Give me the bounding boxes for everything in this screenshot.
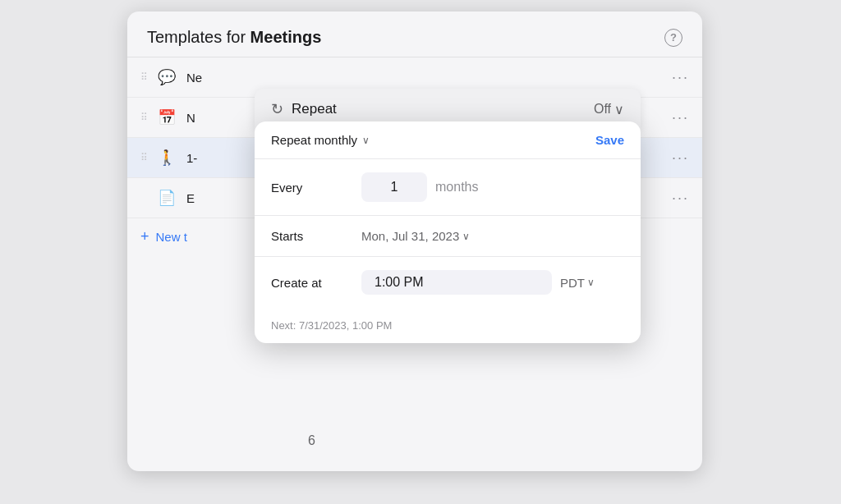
starts-label: Starts (271, 229, 361, 243)
repeat-off-selector[interactable]: Off ∨ (594, 102, 624, 117)
repeat-type-selector[interactable]: Repeat monthly ∨ (271, 133, 370, 147)
chevron-down-icon: ∨ (462, 231, 470, 242)
create-at-content: PDT ∨ (361, 270, 624, 295)
more-options-icon[interactable]: ··· (672, 190, 689, 207)
repeat-icon: ↻ (271, 100, 283, 118)
months-unit-label: months (435, 180, 478, 195)
every-label: Every (271, 181, 361, 195)
timezone-label: PDT (560, 276, 585, 290)
repeat-row-left: ↻ Repeat (271, 100, 337, 118)
drag-handle-icon: ⠿ (140, 112, 147, 123)
popup-header: Repeat monthly ∨ Save (255, 121, 641, 159)
row-icon-chat: 💬 (155, 66, 178, 89)
chevron-down-icon: ∨ (362, 135, 370, 146)
more-options-icon[interactable]: ··· (672, 69, 689, 86)
time-input[interactable] (361, 270, 552, 295)
more-options-icon[interactable]: ··· (672, 149, 689, 167)
row-icon-person: 🚶 (155, 146, 178, 169)
starts-date-selector[interactable]: Mon, Jul 31, 2023 ∨ (361, 229, 470, 243)
popup-footer: Next: 7/31/2023, 1:00 PM (255, 308, 641, 343)
starts-date-label: Mon, Jul 31, 2023 (361, 229, 459, 243)
panel-header: Templates for Meetings ? (127, 11, 702, 57)
plus-icon: + (140, 228, 149, 245)
panel-title: Templates for Meetings (147, 28, 321, 47)
row-text: Ne (186, 71, 664, 85)
repeat-monthly-label: Repeat monthly (271, 133, 357, 147)
row-icon-doc: 📄 (155, 186, 178, 209)
drag-handle-icon: ⠿ (140, 71, 147, 83)
create-at-section: Create at PDT ∨ (255, 257, 641, 308)
every-section: Every months (255, 159, 641, 216)
drag-handle-icon: ⠿ (140, 152, 147, 163)
create-at-label: Create at (271, 276, 361, 290)
starts-section: Starts Mon, Jul 31, 2023 ∨ (255, 216, 641, 257)
row-icon-calendar: 📅 (155, 106, 178, 129)
every-number-input[interactable] (361, 172, 427, 202)
chevron-down-icon: ∨ (614, 102, 624, 117)
next-date-label: Next: 7/31/2023, 1:00 PM (271, 319, 392, 332)
repeat-settings-popup: Repeat monthly ∨ Save Every months Start… (255, 121, 641, 343)
more-options-icon[interactable]: ··· (672, 109, 689, 126)
page-number: 6 (308, 433, 315, 448)
add-new-label: New t (156, 230, 187, 244)
repeat-label: Repeat (292, 101, 337, 117)
chevron-down-icon: ∨ (587, 277, 595, 288)
save-button[interactable]: Save (595, 133, 624, 147)
every-content: months (361, 172, 624, 202)
repeat-off-label: Off (594, 102, 611, 117)
help-icon[interactable]: ? (664, 29, 682, 47)
starts-content: Mon, Jul 31, 2023 ∨ (361, 229, 624, 243)
timezone-selector[interactable]: PDT ∨ (560, 276, 595, 290)
